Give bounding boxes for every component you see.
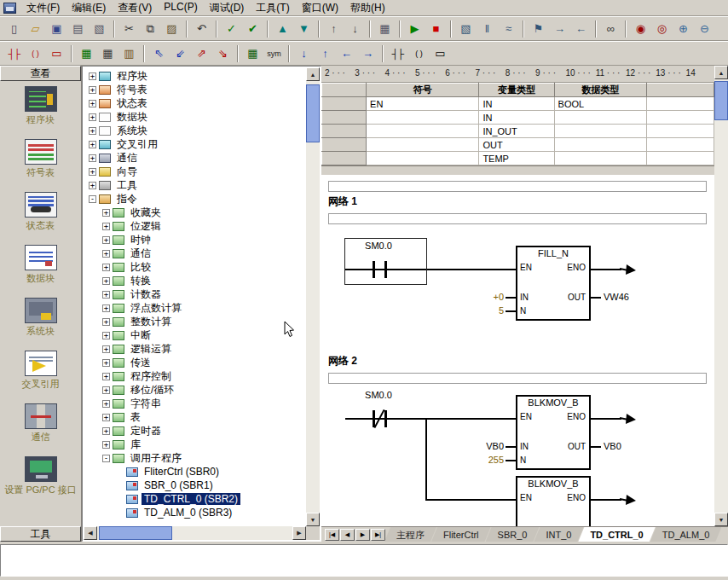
expand-icon[interactable]: + xyxy=(89,141,96,148)
scroll-thumb[interactable] xyxy=(714,81,728,120)
tree-item-convert[interactable]: +转换 xyxy=(84,274,306,287)
editor-splitter[interactable] xyxy=(321,165,714,176)
menu-item-edit[interactable]: 编辑(E) xyxy=(66,0,112,17)
pause-status-icon[interactable]: ‖ xyxy=(477,20,497,38)
tree-item-program-control[interactable]: +程序控制 xyxy=(84,369,306,383)
network-comment-box[interactable] xyxy=(328,373,707,384)
branch-insert-icon[interactable]: ⇗ xyxy=(192,44,211,63)
options-icon[interactable]: ▦ xyxy=(375,20,395,38)
operand-value[interactable]: VB0 xyxy=(604,441,621,451)
sort-descending-icon[interactable]: ↓ xyxy=(345,20,365,38)
line-up-icon[interactable]: ↑ xyxy=(315,44,335,63)
expand-icon[interactable]: + xyxy=(102,332,110,339)
symbol-cell[interactable] xyxy=(367,138,479,152)
symbol-cell[interactable] xyxy=(367,152,479,165)
tree-item-sub-fliterctrl[interactable]: FliterCtrl (SBR0) xyxy=(84,465,306,478)
row-selector[interactable] xyxy=(322,125,367,138)
var-table-header[interactable]: 变量类型 xyxy=(479,84,554,97)
tree-item-favorites[interactable]: +收藏夹 xyxy=(84,206,306,219)
expand-icon[interactable]: + xyxy=(102,223,110,230)
tree-vertical-scrollbar[interactable]: ▲ ▼ xyxy=(306,67,320,526)
row-selector[interactable] xyxy=(322,111,367,125)
scroll-left-button[interactable]: ◀ xyxy=(84,526,97,540)
collapse-icon[interactable]: - xyxy=(102,455,110,462)
tree-item-call-subroutines[interactable]: -调用子程序 xyxy=(84,451,306,465)
view-bar-header-button[interactable]: 查看 xyxy=(0,66,81,81)
menu-item-debug[interactable]: 调试(D) xyxy=(204,0,251,17)
upload-icon[interactable]: ▲ xyxy=(273,20,292,38)
tab-main[interactable]: 主程序 xyxy=(384,527,436,542)
tab-fliterctrl[interactable]: FliterCtrl xyxy=(431,527,491,542)
tree-item-program-block[interactable]: +程序块 xyxy=(84,69,306,83)
contact-address[interactable]: SM0.0 xyxy=(353,390,404,400)
save-icon[interactable]: ▣ xyxy=(47,20,66,38)
expand-icon[interactable]: + xyxy=(102,264,110,271)
find-icon[interactable]: ∞ xyxy=(601,20,621,38)
write-all-forced-icon[interactable]: ⊖ xyxy=(695,20,714,38)
print-icon[interactable]: ▤ xyxy=(68,20,88,38)
var-table-header[interactable]: 数据类型 xyxy=(554,84,646,97)
operand-value[interactable]: 5 xyxy=(449,305,504,316)
tree-item-symbol-table[interactable]: +符号表 xyxy=(84,83,306,96)
scroll-right-button[interactable]: ▶ xyxy=(292,526,306,540)
empty-cell[interactable] xyxy=(646,152,714,165)
expand-icon[interactable]: + xyxy=(102,441,110,449)
tree-item-shift-rotate[interactable]: +移位/循环 xyxy=(84,383,306,397)
var-type-cell[interactable]: IN_OUT xyxy=(479,125,554,138)
var-type-cell[interactable]: IN xyxy=(479,111,554,125)
expand-icon[interactable]: + xyxy=(89,154,96,162)
var-type-cell[interactable]: IN xyxy=(479,97,554,111)
data-type-cell[interactable] xyxy=(554,111,646,125)
symbol-cell[interactable] xyxy=(367,111,479,125)
new-file-icon[interactable]: ▯ xyxy=(4,20,24,38)
viewbar-item-system-block[interactable]: 系统块 xyxy=(0,298,81,351)
tree-item-sub-td-ctrl-0[interactable]: TD_CTRL_0 (SBR2) xyxy=(84,492,306,506)
expand-icon[interactable]: + xyxy=(89,127,96,135)
contact-element-icon[interactable]: ┤├ xyxy=(388,44,407,63)
tab-td-alm-0[interactable]: TD_ALM_0 xyxy=(650,527,722,542)
branch-down-icon[interactable]: ⇙ xyxy=(170,44,190,63)
expand-icon[interactable]: + xyxy=(102,414,110,421)
tree-item-timers[interactable]: +定时器 xyxy=(84,424,306,438)
var-type-cell[interactable]: OUT xyxy=(479,138,554,152)
expand-icon[interactable]: + xyxy=(89,72,96,80)
symbol-cell[interactable] xyxy=(367,125,479,138)
var-type-cell[interactable]: TEMP xyxy=(479,152,554,165)
app-icon[interactable] xyxy=(3,3,16,14)
line-left-icon[interactable]: ← xyxy=(337,44,356,63)
viewbar-item-data-block[interactable]: 数据块 xyxy=(0,245,81,298)
next-tab-button[interactable]: ▶ xyxy=(355,529,370,541)
network-grid-icon[interactable]: ▦ xyxy=(243,44,263,63)
expand-icon[interactable]: + xyxy=(102,209,110,217)
expand-icon[interactable]: + xyxy=(89,168,96,176)
expand-icon[interactable]: + xyxy=(102,386,110,394)
tab-int-0[interactable]: INT_0 xyxy=(534,527,583,542)
first-tab-button[interactable]: |◀ xyxy=(325,529,339,541)
expand-icon[interactable]: + xyxy=(89,86,96,94)
tree-item-string[interactable]: +字符串 xyxy=(84,397,306,410)
sort-ascending-icon[interactable]: ↑ xyxy=(324,20,344,38)
tree-horizontal-scrollbar[interactable]: ◀ ▶ xyxy=(84,526,306,540)
symbol-cell[interactable]: EN xyxy=(367,97,479,111)
expand-icon[interactable]: + xyxy=(102,318,110,326)
tree-item-data-block[interactable]: +数据块 xyxy=(84,110,306,124)
last-tab-button[interactable]: ▶| xyxy=(371,529,385,541)
expand-icon[interactable]: + xyxy=(102,359,110,367)
insert-box-icon[interactable]: ▭ xyxy=(47,44,66,63)
line-down-icon[interactable]: ↓ xyxy=(294,44,314,63)
tree-item-comm-instructions[interactable]: +通信 xyxy=(84,246,306,260)
viewbar-item-symbol-table[interactable]: 符号表 xyxy=(0,139,81,192)
expand-icon[interactable]: + xyxy=(102,427,110,435)
coil-element-icon[interactable]: ( ) xyxy=(409,44,429,63)
sym-toggle-icon[interactable]: sym xyxy=(264,44,284,63)
expand-icon[interactable]: + xyxy=(102,400,110,408)
empty-cell[interactable] xyxy=(646,97,714,111)
tree-item-counters[interactable]: +计数器 xyxy=(84,287,306,301)
tree-item-floating-point-math[interactable]: +浮点数计算 xyxy=(84,301,306,315)
tree-item-move[interactable]: +传送 xyxy=(84,356,306,369)
data-type-cell[interactable] xyxy=(554,138,646,152)
tree-item-sub-sbr0[interactable]: SBR_0 (SBR1) xyxy=(84,478,306,492)
empty-cell[interactable] xyxy=(646,138,714,152)
viewbar-item-communications[interactable]: 通信 xyxy=(0,403,81,456)
collapse-icon[interactable]: - xyxy=(89,195,96,203)
